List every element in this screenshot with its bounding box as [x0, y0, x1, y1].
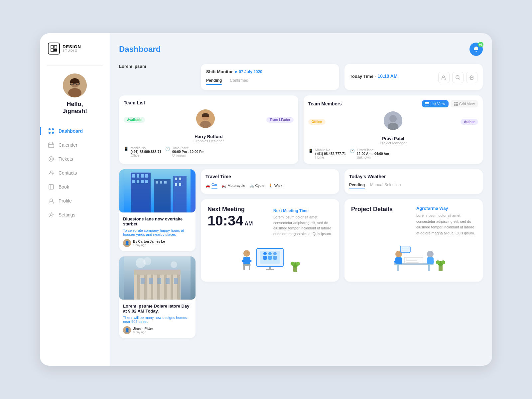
svg-rect-72 [171, 275, 173, 300]
list-view-button[interactable]: List View [422, 100, 449, 107]
svg-rect-61 [179, 178, 181, 180]
svg-point-43 [389, 115, 397, 122]
sidebar-item-contacts[interactable]: Contacts [40, 166, 110, 180]
logo-studio: STUDIO [63, 49, 81, 53]
shift-date: 07 July 2020 [239, 69, 262, 74]
calendar-icon [48, 142, 55, 148]
svg-rect-91 [266, 269, 274, 270]
home-button[interactable] [466, 72, 477, 83]
team-members-header: Team Members List View [308, 100, 478, 107]
travel-mode-cycle[interactable]: 🚲 Cycle [249, 184, 265, 188]
news-card-1: Bluestone lane now overtake starbet To c… [119, 169, 196, 251]
member2-role: Project Manager [308, 141, 478, 145]
svg-rect-75 [149, 278, 153, 284]
member2-details: 📱 Mobile No (+91) 98-452-777-71 Home 🕐 T… [308, 148, 478, 159]
svg-point-113 [427, 251, 434, 257]
nav-label-book: Book [59, 184, 69, 190]
nav-menu: Dashboard Calender [40, 124, 110, 222]
notification-badge: 01 [478, 42, 483, 47]
author2-avatar: 👤 [123, 326, 131, 334]
weather-tabs: Pending Manual Selection [349, 183, 478, 189]
search-button[interactable] [452, 72, 464, 83]
svg-point-18 [49, 157, 54, 161]
walk-icon: 🚶 [268, 184, 273, 188]
meeting-title: Next Meeting [207, 206, 267, 213]
sidebar: DESIGN STUDIO Hello, [40, 33, 110, 366]
svg-rect-1 [54, 46, 57, 48]
project-details-card: Project Details Agrofarma Way Lorem ipsu… [344, 199, 483, 282]
sidebar-item-settings[interactable]: Settings [40, 208, 110, 222]
profile-icon [48, 198, 55, 204]
car-icon: 🚗 [205, 184, 210, 188]
time-info: Time/Place 06:00 Pm - 10:00 Pm Unknown [172, 146, 204, 157]
notification-button[interactable]: 01 [469, 43, 483, 56]
svg-rect-87 [268, 256, 272, 260]
svg-rect-14 [49, 143, 54, 148]
shift-tab-confirmed[interactable]: Confirmed [230, 78, 248, 85]
time-detail: 🕐 Time/Place 06:00 Pm - 10:00 Pm Unknown [165, 146, 204, 157]
grid-view-button[interactable]: Grid View [451, 100, 478, 107]
news-column: Bluestone lane now overtake starbet To c… [119, 169, 196, 338]
member-role: Graphics Designer [124, 139, 294, 143]
svg-rect-52 [137, 180, 139, 183]
svg-rect-62 [175, 183, 177, 186]
book-icon [48, 184, 55, 190]
travel-modes: 🚗 Car 🏍️ Motorcycle [205, 183, 334, 189]
weather-tab-pending[interactable]: Pending [349, 183, 365, 189]
svg-point-86 [268, 252, 272, 255]
svg-rect-120 [400, 246, 410, 253]
svg-rect-41 [456, 104, 458, 106]
news1-body: Bluestone lane now overtake starbet To c… [119, 212, 196, 251]
sidebar-item-tickets[interactable]: Tickets [40, 152, 110, 166]
svg-rect-97 [243, 266, 245, 270]
sidebar-item-book[interactable]: Book [40, 180, 110, 194]
sidebar-item-dashboard[interactable]: Dashboard [40, 124, 110, 138]
mobile2-icon: 📱 [308, 149, 313, 153]
user-add-button[interactable] [438, 72, 450, 83]
svg-rect-49 [141, 174, 144, 178]
svg-rect-36 [425, 103, 429, 104]
member2-name: Pravi Patel [308, 136, 478, 141]
right-column: Travel Time 🚗 Car 🏍️ [201, 169, 483, 338]
next-meeting-card: Next Meeting 10:34 AM Next Meeting Time … [201, 199, 339, 282]
svg-rect-78 [174, 278, 178, 284]
news2-excerpt: There will be many new designs homes nea… [123, 316, 192, 324]
svg-point-88 [273, 252, 277, 255]
travel-mode-motorcycle[interactable]: 🏍️ Motorcycle [221, 184, 245, 188]
svg-rect-58 [164, 181, 167, 184]
team-members-title: Team Members [308, 101, 342, 106]
cycle-icon: 🚲 [249, 184, 254, 188]
sidebar-item-calendar[interactable]: Calender [40, 138, 110, 152]
shift-monitor-title: Shift Monitor [206, 69, 233, 74]
team-member-avatar [196, 109, 215, 128]
lorem-ipsum-header-card: Lorem Ipsum [119, 64, 196, 90]
author2-info: Jinesh Pitter 8 day ago [133, 327, 153, 334]
dashboard-icon [48, 128, 55, 134]
svg-rect-35 [425, 102, 429, 103]
travel-mode-walk[interactable]: 🚶 Walk [268, 184, 282, 188]
bottom-row: Bluestone lane now overtake starbet To c… [119, 169, 483, 338]
icon-buttons-group [438, 72, 477, 83]
svg-rect-11 [52, 128, 54, 130]
travel-mode-car[interactable]: 🚗 Car [205, 183, 217, 189]
main-content: Dashboard 01 Lorem Ipsum Shift Monitor [110, 33, 492, 366]
svg-point-81 [171, 261, 177, 268]
shift-dot [235, 71, 237, 73]
svg-rect-104 [397, 265, 399, 271]
page-title: Dashboard [119, 45, 161, 54]
project-desc: Lorem ipsum dolor sit amet, consectetur … [416, 213, 476, 236]
project-name: Agrofarma Way [416, 206, 476, 211]
travel-active-underline [211, 188, 217, 189]
shift-tabs: Pending Confirmed [206, 78, 334, 85]
nav-label-contacts: Contacts [59, 170, 77, 176]
logo-text: DESIGN STUDIO [63, 45, 81, 53]
shift-tab-pending[interactable]: Pending [206, 78, 222, 85]
svg-rect-48 [137, 174, 139, 178]
mobile2-detail: 📱 Mobile No (+91) 98-452-777-71 Home [308, 148, 346, 159]
svg-point-6 [68, 88, 81, 97]
weather-tab-manual[interactable]: Manual Selection [370, 183, 401, 189]
ticket-icon [48, 156, 55, 162]
badge-offline: Offline [308, 119, 326, 125]
svg-line-30 [459, 78, 460, 80]
sidebar-item-profile[interactable]: Profile [40, 194, 110, 208]
